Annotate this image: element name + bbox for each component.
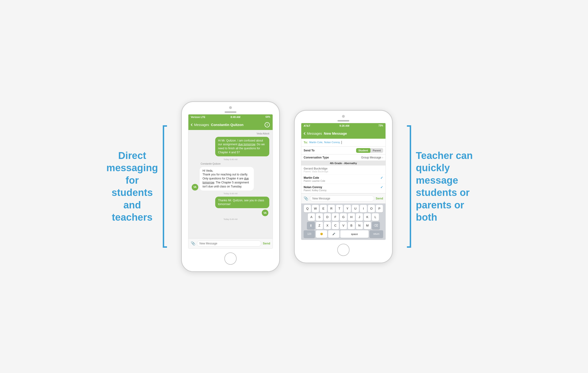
key-y[interactable]: Y (344, 205, 351, 212)
send-to-toggle[interactable]: Student Parent (356, 148, 383, 153)
key-l[interactable]: L (372, 213, 379, 221)
attachment-icon[interactable]: 📎 (191, 241, 195, 246)
phone-1-info-icon[interactable]: i (265, 122, 270, 127)
toggle-parent[interactable]: Parent (370, 148, 383, 153)
phone-1-camera (229, 106, 232, 109)
key-g[interactable]: G (340, 213, 347, 221)
key-n[interactable]: N (356, 222, 363, 229)
recipient-2: Nolan Conroy, (324, 141, 341, 144)
key-b[interactable]: B (348, 222, 355, 229)
key-e[interactable]: E (320, 205, 327, 212)
message-2-bubble: Hi Veda, Thank you for reaching out to c… (200, 167, 254, 190)
key-return[interactable]: return (369, 230, 383, 238)
phone-2: AT&T 9:26 AM 73% Messages New Message To… (294, 110, 393, 263)
key-p[interactable]: P (376, 205, 383, 212)
phone-1-home-button[interactable] (224, 252, 237, 265)
left-annotation-text: Direct messaging for students and teache… (106, 150, 158, 224)
key-h[interactable]: H (348, 213, 355, 221)
phone-1-carrier: Verizon LTE (191, 116, 205, 119)
contact-2-checkmark: ✓ (380, 185, 383, 189)
key-mic[interactable]: 🎤 (328, 230, 339, 238)
key-u[interactable]: U (352, 205, 359, 212)
contact-1-name: Martin Cole ✓ (304, 176, 383, 180)
conv-type-chevron: › (382, 156, 383, 159)
conv-type-value[interactable]: Group Message › (361, 156, 383, 159)
contact-row-2[interactable]: Nolan Conroy ✓ Parent: Kelley Conroy (301, 184, 386, 193)
key-t[interactable]: T (336, 205, 343, 212)
key-j[interactable]: J (356, 213, 363, 221)
phone-1-nav[interactable]: Messages Constantin Quitzon i (189, 120, 273, 130)
key-d[interactable]: D (324, 213, 331, 221)
key-r[interactable]: R (328, 205, 335, 212)
contact-1-parent: Parent: Laurine Cole (304, 180, 383, 182)
key-z[interactable]: Z (316, 222, 323, 229)
keyboard[interactable]: Q W E R T Y U I O P A S D F G H (301, 203, 386, 240)
key-a[interactable]: A (308, 213, 315, 221)
key-q[interactable]: Q (304, 205, 311, 212)
right-annotation: Teacher can quickly message students or … (407, 125, 482, 248)
keyboard-row-3: ⬆ Z X C V B N M ⌫ (302, 222, 385, 229)
phone-1-speaker (225, 111, 236, 113)
send-to-row: Send To Student Parent (301, 147, 386, 154)
avatar-va: VA (192, 184, 198, 190)
phone-2-message-bar[interactable]: 📎 Send (301, 193, 386, 203)
phone-1-send-button[interactable]: Send (263, 241, 270, 245)
keyboard-row-1: Q W E R T Y U I O P (302, 205, 385, 212)
phone-2-message-input[interactable] (310, 196, 374, 202)
underline-1: due tomorrow (238, 143, 255, 146)
phone-2-home-button[interactable] (337, 244, 349, 256)
section-header: 4th Grade - Abernathy (301, 161, 386, 165)
phone-2-attachment-icon[interactable]: 📎 (304, 196, 308, 201)
key-w[interactable]: W (312, 205, 319, 212)
contact-row-1[interactable]: Martin Cole ✓ Parent: Laurine Cole (301, 175, 386, 184)
conv-type-row[interactable]: Conversation Type Group Message › (301, 154, 386, 161)
key-space[interactable]: space (340, 230, 368, 238)
keyboard-row-4: 123 😊 🎤 space return (302, 230, 385, 238)
key-shift[interactable]: ⬆ (307, 222, 315, 229)
phone-2-back-label: Messages (307, 132, 322, 135)
left-bracket (163, 125, 167, 248)
message-1-row: Hi Mr. Quitzon. I am confused about our … (192, 137, 269, 156)
phone-2-nav[interactable]: Messages New Message (301, 128, 386, 139)
phone-2-screen: AT&T 9:26 AM 73% Messages New Message To… (301, 123, 386, 240)
key-k[interactable]: K (364, 213, 371, 221)
to-label: To: (304, 141, 308, 144)
contact-0-parent: Parent: Vada Buckridge (304, 170, 383, 173)
key-i[interactable]: I (360, 205, 367, 212)
contact-2-parent: Parent: Kelley Conroy (304, 189, 383, 192)
phone-2-send-button[interactable]: Send (376, 197, 383, 200)
underline-2: due tomorrow (202, 177, 249, 184)
key-c[interactable]: C (332, 222, 339, 229)
sender-constantin: Constantin Quitzon (201, 163, 269, 165)
phone-1-back-button[interactable]: Messages (191, 123, 209, 127)
key-m[interactable]: M (364, 222, 371, 229)
key-123[interactable]: 123 (304, 230, 315, 238)
phone-1-chat-area: Veda Abbott Hi Mr. Quitzon. I am confuse… (189, 130, 273, 238)
conv-type-text: Group Message (361, 156, 381, 159)
left-annotation: Direct messaging for students and teache… (106, 125, 167, 248)
to-field-row[interactable]: To: Martin Cole, Nolan Conroy, (301, 139, 386, 147)
timestamp-1: Today 8:46 AM (192, 158, 269, 161)
key-f[interactable]: F (332, 213, 339, 221)
sender-veda: Veda Abbott (192, 132, 269, 135)
phone-1-back-label: Messages (194, 123, 209, 127)
key-x[interactable]: X (324, 222, 331, 229)
phone-2-back-button[interactable]: Messages (304, 132, 322, 135)
phone-1-back-icon (191, 123, 193, 126)
phone-1-message-bar[interactable]: 📎 Send (189, 238, 273, 248)
keyboard-row-2: A S D F G H J K L (302, 213, 385, 221)
toggle-student[interactable]: Student (356, 148, 370, 153)
key-o[interactable]: O (368, 205, 375, 212)
key-v[interactable]: V (340, 222, 347, 229)
right-annotation-text: Teacher can quickly message students or … (416, 150, 482, 224)
to-cursor (342, 141, 342, 144)
key-s[interactable]: S (316, 213, 323, 221)
phone-1-message-input[interactable] (197, 241, 261, 247)
send-to-label: Send To (304, 149, 356, 152)
key-emoji[interactable]: 😊 (316, 230, 327, 238)
key-backspace[interactable]: ⌫ (372, 222, 380, 229)
message-1-bubble: Hi Mr. Quitzon. I am confused about our … (215, 137, 269, 156)
contact-row-0[interactable]: Gerard Buckridge Parent: Vada Buckridge (301, 165, 386, 175)
timestamp-3: Today 8:49 AM (192, 218, 269, 220)
phone-2-camera (342, 115, 345, 118)
